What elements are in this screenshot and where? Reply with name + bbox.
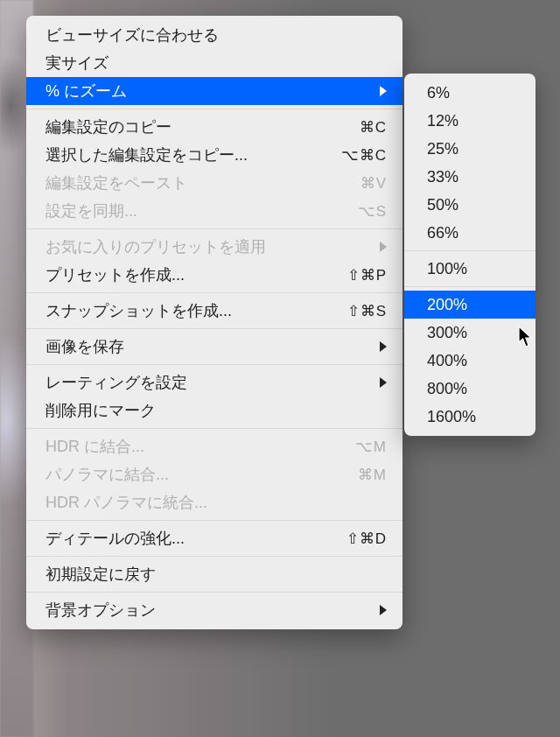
menu-item-item[interactable]: % にズーム <box>26 77 402 105</box>
zoom-option-12[interactable]: 12% <box>404 107 536 135</box>
zoom-option-label: 400% <box>427 352 467 370</box>
menu-item-item[interactable]: スナップショットを作成...⇧⌘S <box>26 297 402 325</box>
menu-separator <box>26 292 402 293</box>
menu-item-label: レーティングを設定 <box>46 372 373 393</box>
zoom-option-100[interactable]: 100% <box>404 255 536 283</box>
menu-item-shortcut: ⇧⌘S <box>322 302 387 320</box>
zoom-option-800[interactable]: 800% <box>404 375 536 403</box>
menu-item-label: ディテールの強化... <box>46 528 322 549</box>
menu-item-label: パノラマに結合... <box>46 464 322 485</box>
zoom-option-label: 300% <box>427 324 467 342</box>
menu-item-label: 初期設定に戻す <box>46 564 387 585</box>
zoom-option-label: 800% <box>427 380 467 398</box>
menu-item-shortcut: ⌥S <box>322 202 387 221</box>
menu-item-label: 削除用にマーク <box>46 400 387 421</box>
context-menu: ビューサイズに合わせる実サイズ% にズーム編集設定のコピー⌘C選択した編集設定を… <box>26 16 402 629</box>
menu-item-item[interactable]: レーティングを設定 <box>26 368 402 397</box>
menu-item-item[interactable]: 実サイズ <box>26 49 402 77</box>
menu-item-label: HDR に結合... <box>46 436 322 457</box>
menu-item-label: 背景オプション <box>46 600 373 621</box>
zoom-option-label: 25% <box>427 140 458 158</box>
menu-item-shortcut: ⌥⌘C <box>322 146 387 165</box>
menu-separator <box>26 520 402 521</box>
menu-item-label: 選択した編集設定をコピー... <box>46 144 322 165</box>
menu-item-item[interactable]: 初期設定に戻す <box>26 560 402 588</box>
menu-item-label: 実サイズ <box>46 53 387 74</box>
menu-item-item: お気に入りのプリセットを適用 <box>26 233 402 261</box>
menu-item-item: 編集設定をペースト⌘V <box>26 169 402 197</box>
zoom-option-label: 12% <box>427 112 458 130</box>
zoom-option-400[interactable]: 400% <box>404 347 536 375</box>
menu-item-item[interactable]: 削除用にマーク <box>26 397 402 425</box>
menu-item-label: スナップショットを作成... <box>46 300 322 321</box>
submenu-arrow-icon <box>380 341 387 352</box>
menu-item-shortcut: ⇧⌘D <box>322 530 387 548</box>
menu-item-label: 編集設定をペースト <box>46 172 322 193</box>
menu-separator <box>26 556 402 557</box>
menu-separator <box>404 286 536 287</box>
menu-item-shortcut: ⇧⌘P <box>322 266 387 284</box>
zoom-option-66[interactable]: 66% <box>404 219 536 247</box>
menu-item-item[interactable]: ビューサイズに合わせる <box>26 21 402 49</box>
zoom-option-label: 6% <box>427 84 450 102</box>
menu-item-label: お気に入りのプリセットを適用 <box>46 236 373 257</box>
menu-item-shortcut: ⌘M <box>322 466 387 484</box>
zoom-submenu: 6%12%25%33%50%66%100%200%300%400%800%160… <box>404 74 536 436</box>
menu-item-shortcut: ⌘C <box>322 118 387 137</box>
menu-item-label: % にズーム <box>46 81 373 102</box>
menu-separator <box>26 364 402 365</box>
menu-item-hdr: HDR パノラマに統合... <box>26 488 402 516</box>
menu-separator <box>26 228 402 229</box>
menu-item-label: HDR パノラマに統合... <box>46 492 387 513</box>
app-background: ビューサイズに合わせる実サイズ% にズーム編集設定のコピー⌘C選択した編集設定を… <box>0 0 560 737</box>
zoom-option-33[interactable]: 33% <box>404 163 536 191</box>
menu-item-label: プリセットを作成... <box>46 264 322 285</box>
menu-item-item[interactable]: 編集設定のコピー⌘C <box>26 113 402 141</box>
submenu-arrow-icon <box>380 242 387 252</box>
menu-separator <box>404 250 536 251</box>
menu-item-item[interactable]: 画像を保存 <box>26 333 402 361</box>
menu-separator <box>26 428 402 429</box>
menu-item-item: パノラマに結合...⌘M <box>26 460 402 488</box>
submenu-arrow-icon <box>380 86 387 96</box>
menu-separator <box>26 592 402 593</box>
menu-separator <box>26 328 402 329</box>
menu-separator <box>26 109 402 109</box>
menu-item-shortcut: ⌥M <box>322 438 387 456</box>
zoom-option-25[interactable]: 25% <box>404 135 536 163</box>
submenu-arrow-icon <box>380 377 387 388</box>
menu-item-item[interactable]: 選択した編集設定をコピー...⌥⌘C <box>26 141 402 169</box>
zoom-option-label: 1600% <box>427 408 476 426</box>
menu-item-label: 設定を同期... <box>46 200 322 221</box>
menu-item-item: 設定を同期...⌥S <box>26 197 402 225</box>
menu-item-item[interactable]: ディテールの強化...⇧⌘D <box>26 524 402 552</box>
zoom-option-6[interactable]: 6% <box>404 79 536 107</box>
zoom-option-label: 100% <box>427 260 467 278</box>
zoom-option-label: 50% <box>427 196 458 214</box>
menu-item-label: 画像を保存 <box>46 336 373 357</box>
menu-item-hdr: HDR に結合...⌥M <box>26 432 402 460</box>
zoom-option-300[interactable]: 300% <box>404 319 536 347</box>
zoom-option-label: 200% <box>427 296 467 314</box>
zoom-option-label: 33% <box>427 168 458 186</box>
menu-item-item[interactable]: プリセットを作成...⇧⌘P <box>26 261 402 289</box>
menu-item-label: ビューサイズに合わせる <box>46 25 387 46</box>
menu-item-shortcut: ⌘V <box>322 174 387 193</box>
menu-item-label: 編集設定のコピー <box>46 116 322 137</box>
menu-item-item[interactable]: 背景オプション <box>26 596 402 624</box>
zoom-option-50[interactable]: 50% <box>404 191 536 219</box>
submenu-arrow-icon <box>380 605 387 615</box>
zoom-option-200[interactable]: 200% <box>404 291 536 319</box>
zoom-option-1600[interactable]: 1600% <box>404 403 536 431</box>
zoom-option-label: 66% <box>427 224 458 242</box>
